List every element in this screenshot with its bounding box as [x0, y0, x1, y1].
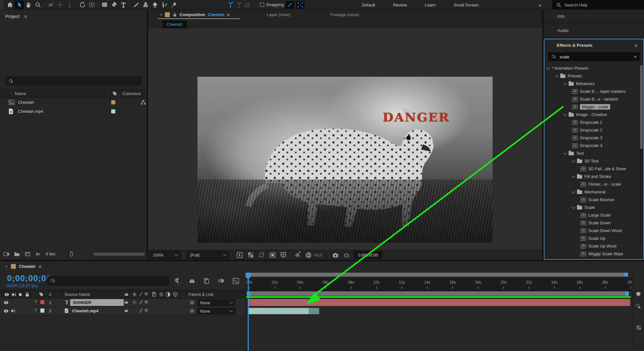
column-number[interactable]: # — [49, 292, 51, 297]
frame-blend-switch-icon[interactable] — [159, 292, 164, 297]
timeline-horizontal-scrollbar[interactable] — [249, 273, 628, 277]
collapse-switch-icon[interactable] — [132, 292, 137, 297]
lock-column-icon[interactable] — [24, 292, 30, 297]
effects-search-field[interactable]: scale × — [548, 52, 640, 61]
clear-search-icon[interactable]: × — [634, 54, 637, 59]
label-color-swatch[interactable] — [111, 100, 116, 105]
cheetah-frame-image[interactable]: DANGER — [197, 77, 493, 243]
rectangle-tool[interactable] — [100, 1, 109, 9]
channel-select-icon[interactable] — [294, 251, 301, 258]
chevron-down-icon[interactable] — [572, 190, 575, 193]
column-source-name[interactable]: Source Name — [64, 292, 90, 297]
chevron-down-icon[interactable] — [572, 205, 575, 209]
work-area-bar[interactable] — [249, 291, 628, 296]
playhead-line[interactable] — [248, 277, 249, 351]
trash-icon[interactable] — [69, 251, 74, 257]
snap-to-features-icon[interactable] — [286, 1, 294, 9]
layer-row-danger[interactable]: 1DANGERfxNone — [0, 298, 245, 307]
interpret-footage-icon[interactable] — [3, 251, 9, 257]
preset-tree-item-mechanical[interactable]: Mechanical — [544, 188, 640, 196]
new-folder-icon[interactable] — [14, 251, 20, 257]
preset-tree-item-scale[interactable]: Scale — [544, 204, 640, 211]
layer-audio-toggle[interactable] — [10, 308, 16, 314]
preset-tree-item-grayscale-1[interactable]: fxGrayscale 1 — [544, 119, 640, 126]
layer-fx-switch[interactable]: fx — [145, 299, 148, 304]
chevron-down-icon[interactable] — [563, 112, 567, 116]
parent-pickwhip-icon[interactable] — [189, 300, 195, 305]
brush-tool[interactable] — [131, 1, 141, 9]
layer-name[interactable]: Cheetah.mp4 — [72, 308, 99, 313]
preset-tree-item-scale-up-word[interactable]: fxScale Up Word — [544, 242, 640, 250]
preset-tree-item-scale-up[interactable]: fxScale Up — [544, 235, 640, 242]
color-depth-icon[interactable] — [35, 251, 41, 257]
layer-in-handle[interactable] — [264, 300, 271, 306]
preset-tree-item-scale-b-layer-markers[interactable]: fxScale B...- layer markers — [544, 88, 640, 95]
frame-blend-icon[interactable] — [203, 278, 210, 285]
cheetah-layer-trim[interactable] — [309, 308, 319, 314]
layer-expand-chevron[interactable] — [34, 308, 37, 311]
workspace-tab-learn[interactable]: Learn — [416, 0, 445, 10]
zoom-tool[interactable] — [33, 1, 43, 9]
work-area-end-handle[interactable] — [625, 291, 629, 296]
layer-quality-switch[interactable] — [139, 300, 144, 305]
preset-tree-item--animation-presets[interactable]: * Animation Presets — [544, 64, 640, 72]
label-color-swatch[interactable] — [111, 109, 116, 114]
keyframe-selection-box[interactable] — [273, 300, 306, 306]
preset-tree-item-text[interactable]: Text — [544, 150, 640, 157]
time-ruler[interactable]: 00s02s04s06s08s10s12s14s16s18s20s22s24s2… — [246, 278, 632, 291]
selection-tool[interactable] — [14, 1, 24, 9]
3d-switch-icon[interactable] — [173, 292, 178, 297]
comp-mini-flowchart-icon[interactable] — [635, 303, 641, 309]
lock-open-icon[interactable] — [172, 12, 177, 17]
preset-tree-item-scale-bounce[interactable]: fxScale Bounce — [544, 196, 640, 204]
panel-menu-icon[interactable]: ≡ — [39, 264, 42, 269]
parent-link-dropdown[interactable]: None — [197, 299, 235, 306]
panel-menu-icon[interactable]: ≡ — [227, 12, 230, 17]
preset-tree-item-wiggle-scale[interactable]: fxWiggle - scale — [544, 103, 640, 111]
column-parent-link[interactable]: Parent & Link — [188, 292, 214, 297]
quality-switch-icon[interactable] — [139, 292, 144, 297]
comp-marker-icon[interactable] — [635, 291, 641, 297]
viewer-timecode[interactable]: 0;00;00;00 — [354, 251, 382, 259]
project-item-cheetah[interactable]: Cheetah — [0, 98, 147, 107]
project-search-field[interactable] — [5, 77, 142, 85]
preset-tree-item-scale-down-word[interactable]: fxScale Down Word — [544, 227, 640, 235]
cheetah-layer-bar[interactable] — [249, 308, 309, 314]
resolution-dropdown[interactable]: (Full) — [187, 251, 229, 259]
preset-tree-item-scale-b-e-random[interactable]: fxScale B...e - random — [544, 95, 640, 103]
composition-viewer[interactable]: DANGER — [148, 28, 542, 250]
layer-label-swatch[interactable] — [40, 308, 45, 313]
preset-tree-item-large-scale[interactable]: fxLarge Scale — [544, 211, 640, 219]
rotate-tool[interactable] — [78, 1, 87, 9]
preset-tree-item-flicker-or-scale[interactable]: fxFlicker...or - scale — [544, 180, 640, 188]
layer-label-swatch[interactable] — [40, 300, 45, 305]
info-panel-tab[interactable]: Info — [544, 10, 644, 23]
layer-row-cheetah-mp4[interactable]: 2Cheetah.mp4fxNone — [0, 307, 245, 315]
shy-layers-icon[interactable] — [188, 277, 196, 285]
motion-blur-switch-icon[interactable] — [165, 292, 171, 297]
transparency-grid-icon[interactable] — [247, 252, 254, 258]
preset-tree-item-3d-text[interactable]: 3D Text — [544, 157, 640, 165]
close-icon[interactable]: × — [160, 12, 162, 17]
roi-icon[interactable] — [258, 251, 265, 258]
preset-tree-item-behaviors[interactable]: Behaviors — [544, 80, 640, 88]
toolbar-drag-handle[interactable] — [0, 0, 4, 10]
chevron-down-icon[interactable] — [563, 151, 567, 154]
solo-column-icon[interactable] — [19, 293, 22, 296]
exposure-icon[interactable] — [305, 252, 312, 258]
label-column-icon[interactable] — [112, 91, 118, 96]
hand-tool[interactable] — [24, 1, 33, 9]
scrollbar-end-cap[interactable] — [624, 273, 628, 277]
video-column-icon[interactable] — [4, 292, 10, 297]
chevron-down-icon[interactable] — [546, 66, 550, 69]
timeline-tab[interactable]: × Cheetah ≡ — [5, 264, 42, 269]
layer-collapse-switch[interactable] — [132, 300, 137, 305]
view-axis-icon[interactable] — [243, 1, 252, 9]
current-timecode[interactable]: 0;00;00;00 — [7, 273, 51, 283]
audio-panel-tab[interactable]: Audio — [544, 23, 644, 38]
motion-blur-icon[interactable] — [217, 277, 225, 285]
composition-tab[interactable]: × Composition Cheetah ≡ — [160, 12, 230, 17]
panel-menu-icon[interactable]: ≡ — [635, 43, 638, 48]
preset-tree-item-fill-and-stroke[interactable]: Fill and Stroke — [544, 173, 640, 180]
layer-tab[interactable]: Layer (none) — [267, 10, 291, 19]
